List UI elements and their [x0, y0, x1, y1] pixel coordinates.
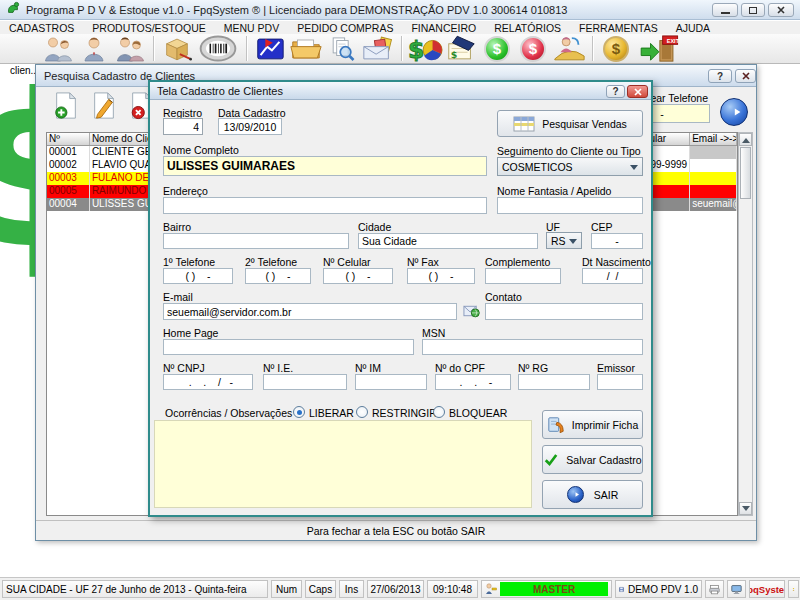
- nome-completo-label: Nome Completo: [163, 144, 239, 156]
- toolbar-separator: [401, 36, 402, 61]
- endereco-field[interactable]: [163, 197, 487, 214]
- search-help-button[interactable]: ?: [708, 69, 732, 83]
- radio-liberar-label[interactable]: LIBERAR: [309, 407, 354, 419]
- contato-field[interactable]: [485, 303, 643, 320]
- menu-ajuda[interactable]: AJUDA: [667, 22, 719, 34]
- toolbar-separator: [592, 36, 593, 61]
- help-glyph: ?: [612, 86, 618, 97]
- scrollbar-thumb[interactable]: [740, 147, 751, 199]
- seguimento-label: Seguimento do Cliente ou Tipo: [497, 145, 641, 157]
- products-icon[interactable]: [159, 35, 195, 63]
- menu-pedido-compras[interactable]: PEDIDO COMPRAS: [288, 22, 402, 34]
- salvar-cadastro-button[interactable]: Salvar Cadastro: [542, 445, 643, 474]
- sair-button[interactable]: SAIR: [542, 480, 643, 509]
- email-label: E-mail: [163, 291, 193, 303]
- menu-relatorios[interactable]: RELATÓRIOS: [485, 22, 570, 34]
- pesquisar-vendas-button[interactable]: Pesquisar Vendas: [497, 110, 643, 137]
- status-time: 09:10:48: [427, 580, 478, 598]
- app-icon: [6, 1, 20, 19]
- chevron-down-icon: [630, 165, 638, 174]
- scroll-down-arrow[interactable]: [739, 502, 752, 515]
- finance-chart-icon[interactable]: $: [407, 35, 443, 63]
- exit-icon[interactable]: EXIT: [634, 35, 682, 63]
- celular-field[interactable]: [323, 268, 393, 284]
- form-titlebar: Tela Cadastro de Clientes: [150, 82, 651, 100]
- cpf-field[interactable]: [435, 374, 511, 390]
- orders-folder-icon[interactable]: [288, 35, 324, 63]
- bairro-field[interactable]: [163, 233, 349, 249]
- tel1-field[interactable]: [163, 268, 233, 284]
- menu-menu-pdv[interactable]: MENU PDV: [215, 22, 288, 34]
- status-version: DEMO PDV 1.0: [615, 580, 702, 598]
- msn-field[interactable]: [422, 339, 643, 355]
- form-help-button[interactable]: ?: [606, 85, 625, 98]
- imprimir-ficha-button[interactable]: Imprimir Ficha: [542, 410, 643, 439]
- ie-label: Nº I.E.: [263, 362, 293, 374]
- nome-completo-field[interactable]: [163, 156, 487, 176]
- scroll-up-arrow[interactable]: [739, 133, 752, 146]
- fantasia-field[interactable]: [497, 197, 643, 214]
- expense-icon[interactable]: $: [515, 35, 551, 63]
- pdv-icon[interactable]: [252, 35, 288, 63]
- radio-liberar[interactable]: [293, 406, 305, 418]
- edit-record-icon[interactable]: [90, 91, 118, 121]
- data-cadastro-field[interactable]: [218, 118, 282, 135]
- observacoes-textarea[interactable]: [154, 420, 532, 508]
- menu-financeiro[interactable]: FINANCEIRO: [402, 22, 485, 34]
- col-header-email[interactable]: Email ->->: [690, 133, 737, 145]
- tel2-field[interactable]: [245, 268, 311, 284]
- rastrear-go-button[interactable]: [720, 98, 748, 126]
- cidade-field[interactable]: [358, 233, 538, 249]
- col-header-num[interactable]: Nº: [47, 133, 90, 145]
- search-window-footer: Para fechar a tela ESC ou botão SAIR: [36, 520, 756, 542]
- maximize-button[interactable]: [741, 3, 765, 17]
- im-field[interactable]: [355, 374, 427, 390]
- barcode-icon[interactable]: [195, 35, 241, 63]
- cnpj-field[interactable]: [163, 374, 253, 390]
- complemento-field[interactable]: [485, 268, 561, 284]
- radio-restringir-label[interactable]: RESTRINGIR: [372, 407, 437, 419]
- app-titlebar: Programa P D V & Estoque v1.0 - FpqSyste…: [0, 0, 800, 20]
- employees-icon[interactable]: [112, 35, 148, 63]
- emissor-field[interactable]: [597, 374, 643, 390]
- status-master-badge: MASTER: [500, 582, 608, 596]
- send-email-icon[interactable]: [463, 304, 480, 322]
- radio-restringir[interactable]: [356, 406, 368, 418]
- status-version-label: DEMO PDV 1.0: [628, 584, 698, 595]
- rg-field[interactable]: [518, 374, 590, 390]
- email-field[interactable]: [163, 303, 457, 320]
- form-close-button[interactable]: [627, 85, 648, 98]
- coin-icon[interactable]: $: [598, 35, 634, 63]
- income-icon[interactable]: $: [479, 35, 515, 63]
- close-button[interactable]: [768, 3, 794, 17]
- cashier-icon[interactable]: [551, 35, 587, 63]
- exit-sign-label: EXIT: [667, 38, 679, 44]
- menubar: CADASTROS PRODUTOS/ESTOQUE MENU PDV PEDI…: [0, 21, 800, 34]
- search-close-button[interactable]: [735, 69, 756, 83]
- seguimento-select[interactable]: COSMETICOS: [497, 157, 643, 176]
- radio-bloquear-label[interactable]: BLOQUEAR: [449, 407, 507, 419]
- client-form-window: Tela Cadastro de Clientes ? Registro Dat…: [148, 80, 653, 517]
- menu-ferramentas[interactable]: FERRAMENTAS: [570, 22, 667, 34]
- ie-field[interactable]: [263, 374, 347, 390]
- homepage-field[interactable]: [163, 339, 414, 355]
- fax-field[interactable]: [407, 268, 475, 284]
- registro-field[interactable]: [163, 118, 203, 135]
- cidade-label: Cidade: [358, 221, 391, 233]
- menu-produtos-estoque[interactable]: PRODUTOS/ESTOQUE: [83, 22, 214, 34]
- menu-cadastros[interactable]: CADASTROS: [0, 22, 83, 34]
- new-record-icon[interactable]: [52, 91, 80, 121]
- radio-bloquear[interactable]: [433, 406, 445, 418]
- uf-value: RS: [551, 235, 566, 247]
- nascimento-field[interactable]: [582, 268, 643, 284]
- table-scrollbar[interactable]: [738, 132, 753, 516]
- minimize-button[interactable]: [712, 3, 738, 17]
- status-session: [788, 580, 799, 598]
- mail-print-icon[interactable]: [360, 35, 396, 63]
- msn-label: MSN: [422, 327, 445, 339]
- search-documents-icon[interactable]: [324, 35, 360, 63]
- uf-select[interactable]: RS: [546, 232, 582, 249]
- cnpj-label: Nº CNPJ: [163, 362, 205, 374]
- checkbook-icon[interactable]: $: [443, 35, 479, 63]
- cep-field[interactable]: [591, 233, 643, 249]
